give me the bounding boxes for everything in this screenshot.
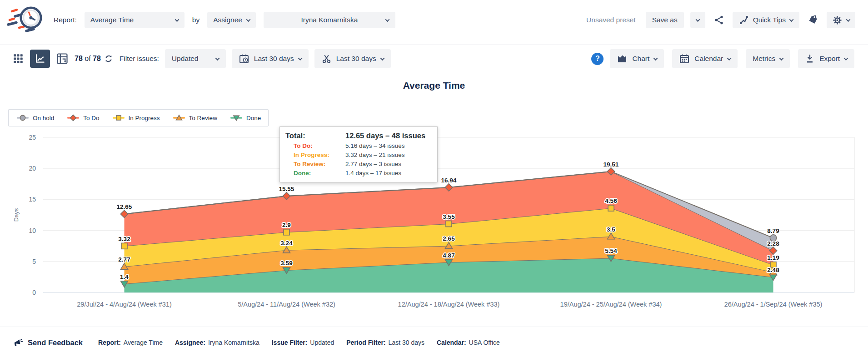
data-label: 3.59 bbox=[280, 260, 292, 267]
assignee-value: Iryna Komarnitska bbox=[301, 16, 358, 24]
data-label: 2.48 bbox=[767, 267, 779, 273]
marker-in-progress bbox=[121, 243, 127, 249]
quick-tips-icon bbox=[739, 15, 749, 25]
tag-icon bbox=[808, 15, 818, 25]
data-label: 12.65 bbox=[117, 203, 132, 210]
tooltip-total-label: Total: bbox=[285, 131, 345, 140]
quick-tips-button[interactable]: Quick Tips bbox=[733, 12, 799, 28]
data-label: 8.79 bbox=[767, 227, 779, 234]
chevron-down-icon bbox=[385, 17, 390, 22]
tooltip-row-label: To Review: bbox=[285, 161, 345, 167]
help-button[interactable]: ? bbox=[591, 53, 604, 65]
grid-view-icon[interactable] bbox=[12, 53, 24, 65]
download-icon bbox=[805, 54, 815, 64]
chevron-down-icon bbox=[215, 56, 219, 61]
group-by-select[interactable]: Assignee bbox=[207, 12, 256, 28]
data-label: 2.9 bbox=[282, 222, 291, 228]
tooltip-row-label: Done: bbox=[285, 170, 345, 176]
app-logo-icon bbox=[6, 4, 45, 34]
count-sep: of bbox=[85, 55, 90, 62]
header-right: Unsaved preset Save as bbox=[586, 12, 855, 28]
y-tick-label: 15 bbox=[29, 196, 36, 203]
toolbar: 78 of 78 Filter issues: Updated bbox=[0, 45, 868, 73]
footer-filter-label: Issue Filter: bbox=[272, 339, 308, 346]
header-left: Report: Average Time by Assignee Iryna K… bbox=[54, 12, 395, 28]
chevron-down-icon bbox=[298, 56, 302, 61]
x-axis-label: 12/Aug/24 - 18/Aug/24 (Week #33) bbox=[398, 301, 500, 308]
issue-count: 78 of 78 bbox=[75, 54, 114, 64]
chart-menu-button[interactable]: Chart bbox=[610, 49, 664, 68]
trim-filter-select[interactable]: Last 30 days bbox=[314, 49, 391, 68]
export-menu-button[interactable]: Export bbox=[798, 49, 854, 68]
footer-filter-value: Updated bbox=[310, 339, 334, 346]
data-label: 2.65 bbox=[443, 235, 455, 242]
chevron-down-icon bbox=[175, 17, 179, 22]
chevron-down-icon bbox=[653, 56, 658, 61]
filter-issues-label: Filter issues: bbox=[120, 55, 159, 63]
send-feedback-label: Send Feedback bbox=[28, 338, 83, 347]
send-feedback-button[interactable]: Send Feedback bbox=[12, 337, 83, 348]
x-axis-label: 5/Aug/24 - 11/Aug/24 (Week #32) bbox=[238, 301, 335, 308]
assignee-select[interactable]: Iryna Komarnitska bbox=[264, 12, 395, 28]
tag-button[interactable] bbox=[806, 12, 820, 28]
share-button[interactable] bbox=[712, 12, 726, 28]
chevron-down-icon bbox=[846, 17, 851, 22]
tooltip-row-value: 3.32 days – 21 issues bbox=[345, 151, 431, 158]
chevron-down-icon bbox=[246, 17, 251, 22]
tooltip-total-value: 12.65 days – 48 issues bbox=[345, 131, 431, 140]
issue-filter-select[interactable]: Updated bbox=[165, 49, 226, 68]
calendar-menu-button[interactable]: Calendar bbox=[672, 49, 738, 68]
save-as-label: Save as bbox=[652, 16, 678, 24]
data-label: 4.87 bbox=[443, 252, 454, 259]
x-axis-label: 26/Aug/24 - 1/Sep/24 (Week #35) bbox=[724, 301, 823, 308]
report-select[interactable]: Average Time bbox=[85, 12, 185, 28]
footer-filter-value: USA Office bbox=[469, 339, 500, 346]
help-glyph: ? bbox=[595, 55, 600, 63]
settings-button[interactable] bbox=[827, 12, 855, 28]
data-label: 19.51 bbox=[604, 161, 619, 168]
footer: Send Feedback Report:Average TimeAssigne… bbox=[0, 327, 868, 358]
data-label: 4.56 bbox=[605, 197, 617, 204]
calendar-menu-label: Calendar bbox=[694, 55, 723, 63]
save-as-button[interactable]: Save as bbox=[646, 12, 684, 28]
scissors-icon bbox=[321, 54, 332, 64]
trim-filter-value: Last 30 days bbox=[336, 55, 376, 63]
pivot-table-icon[interactable] bbox=[56, 52, 69, 65]
chevron-down-icon bbox=[789, 17, 794, 22]
refresh-icon[interactable] bbox=[104, 54, 114, 64]
area-chart-icon bbox=[617, 53, 628, 64]
preset-status: Unsaved preset bbox=[586, 16, 636, 24]
metrics-menu-button[interactable]: Metrics bbox=[746, 49, 790, 68]
y-axis-title: Days bbox=[13, 208, 20, 222]
footer-filter-pair: Period Filter:Last 30 days bbox=[346, 339, 424, 346]
footer-filter-value: Average Time bbox=[124, 339, 163, 346]
chevron-down-icon bbox=[380, 56, 384, 61]
footer-filter-value: Iryna Komarnitska bbox=[208, 339, 259, 346]
y-tick-label: 10 bbox=[29, 227, 36, 234]
chart-menu-label: Chart bbox=[632, 55, 649, 63]
tooltip-row-value: 2.77 days – 3 issues bbox=[345, 161, 431, 167]
data-label: 16.94 bbox=[441, 177, 457, 184]
marker-in-progress bbox=[446, 221, 452, 227]
y-tick-label: 25 bbox=[29, 134, 36, 141]
data-label: 1.19 bbox=[767, 254, 779, 261]
data-label: 3.5 bbox=[607, 226, 615, 233]
chevron-down-icon bbox=[727, 56, 732, 61]
x-axis-label: 19/Aug/24 - 25/Aug/24 (Week #34) bbox=[560, 301, 662, 308]
period-filter-select[interactable]: Last 30 days bbox=[232, 49, 309, 68]
chart-tooltip: Total: 12.65 days – 48 issues To Do:5.16… bbox=[279, 126, 438, 182]
data-label: 15.55 bbox=[279, 186, 294, 192]
footer-filter-pair: Issue Filter:Updated bbox=[272, 339, 334, 346]
data-label: 2.28 bbox=[767, 240, 779, 247]
save-as-menu-button[interactable] bbox=[690, 12, 705, 28]
toolbar-left: 78 of 78 Filter issues: Updated bbox=[12, 49, 391, 68]
header: Report: Average Time by Assignee Iryna K… bbox=[0, 0, 868, 45]
footer-filter-label: Report: bbox=[98, 339, 121, 346]
footer-filter-pair: Assignee:Iryna Komarnitska bbox=[175, 339, 259, 346]
data-label: 5.54 bbox=[605, 247, 617, 254]
period-filter-value: Last 30 days bbox=[254, 55, 294, 63]
y-tick-label: 5 bbox=[32, 258, 36, 265]
chart-view-toggle[interactable] bbox=[30, 50, 50, 68]
y-tick-label: 20 bbox=[29, 165, 36, 172]
gear-icon bbox=[832, 15, 843, 25]
